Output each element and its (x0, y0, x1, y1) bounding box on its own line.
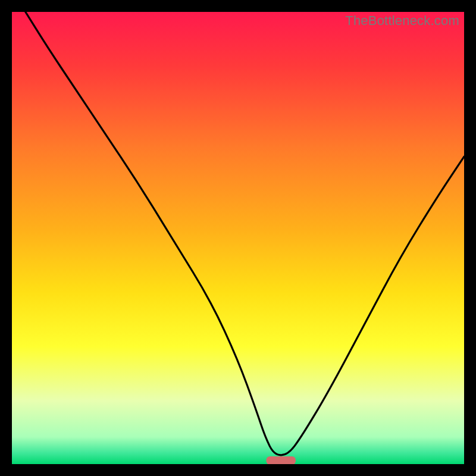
chart-frame: TheBottleneck.com (12, 12, 464, 464)
optimal-marker (267, 456, 296, 464)
gradient-background (12, 12, 464, 464)
watermark-text: TheBottleneck.com (345, 13, 459, 29)
bottleneck-chart (12, 12, 464, 464)
